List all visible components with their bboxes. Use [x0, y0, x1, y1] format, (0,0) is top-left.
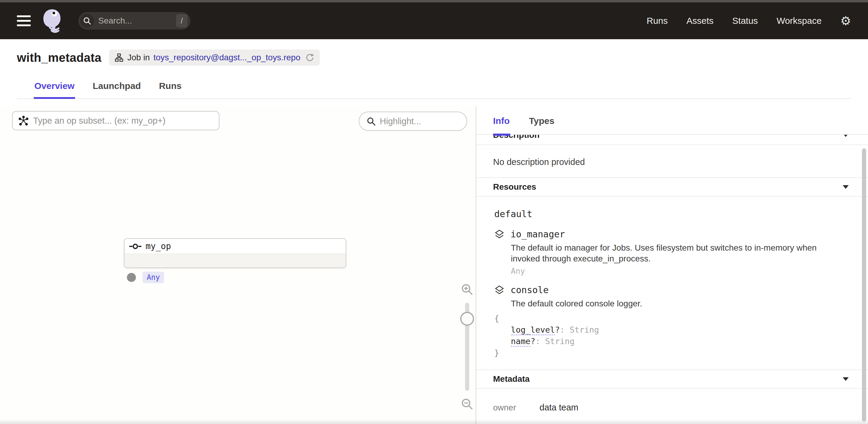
nav-link-status[interactable]: Status [733, 16, 758, 26]
config-field-type: String [569, 325, 599, 334]
metadata-key: owner [493, 403, 539, 413]
job-info-panel: Info Types Description No description pr… [476, 106, 868, 424]
output-port-dot [127, 273, 136, 282]
zoom-slider-thumb[interactable] [460, 312, 474, 326]
resource-layers-icon [494, 285, 504, 295]
workspace-graph-icon [115, 53, 124, 62]
panel-scroll-area[interactable]: Description No description provided Reso… [476, 135, 868, 424]
hamburger-menu-icon[interactable] [17, 16, 31, 26]
zoom-in-icon[interactable] [461, 283, 474, 296]
section-header-metadata[interactable]: Metadata [476, 369, 868, 389]
op-icon [129, 243, 141, 250]
tab-overview[interactable]: Overview [34, 77, 75, 98]
optional-mark: ? [530, 337, 535, 346]
resources-body: default io_manager The default io manage… [476, 196, 868, 369]
description-empty-text: No description provided [476, 145, 868, 177]
page-title: with_metadata [17, 51, 101, 64]
nav-links: Runs Assets Status Workspace [647, 16, 822, 26]
panel-tab-types[interactable]: Types [529, 116, 554, 128]
zoom-slider-track[interactable] [465, 303, 469, 391]
search-input[interactable] [98, 16, 172, 26]
config-schema: { log_level?: String name?: String } [494, 313, 849, 359]
collapse-caret-icon [843, 377, 849, 381]
job-badge-prefix: Job in [127, 53, 150, 62]
search-shortcut-key: / [176, 14, 187, 27]
metadata-table: owner data team link https://dagster.io [476, 389, 868, 424]
panel-scrollbar-thumb[interactable] [862, 148, 866, 422]
resource-name[interactable]: console [510, 285, 549, 295]
panel-tabs: Info Types [476, 106, 868, 135]
zoom-controls [459, 283, 475, 411]
resource-item-io-manager: io_manager The default io manager for Jo… [494, 229, 849, 276]
op-node-my-op[interactable]: my_op [124, 238, 346, 268]
zoom-out-icon[interactable] [461, 397, 474, 411]
schema-field-log-level: log_level?: String [494, 324, 849, 336]
type-separator: : [560, 325, 570, 334]
top-nav: / Runs Assets Status Workspace ⚙ [0, 2, 868, 39]
nav-link-workspace[interactable]: Workspace [777, 16, 822, 26]
resource-layers-icon [494, 229, 504, 239]
schema-close-brace: } [494, 347, 849, 359]
schema-open-brace: { [494, 313, 849, 324]
output-type-tag[interactable]: Any [143, 272, 164, 283]
op-output: Any [127, 272, 164, 283]
resource-description: The default io manager for Jobs. Uses fi… [511, 242, 842, 264]
search-icon [80, 14, 94, 28]
section-header-resources[interactable]: Resources [476, 177, 868, 196]
section-title: Metadata [493, 374, 530, 384]
resource-item-console: console The default colored console logg… [494, 285, 849, 359]
op-graph-canvas[interactable]: my_op Any [0, 106, 476, 424]
config-field-name[interactable]: name [511, 337, 530, 347]
op-node-body [124, 254, 346, 268]
panel-tab-info[interactable]: Info [493, 116, 510, 128]
reload-icon[interactable] [305, 53, 314, 62]
schema-field-name: name?: String [494, 336, 849, 347]
type-separator: : [535, 337, 545, 346]
resource-group-default: default [494, 209, 849, 219]
settings-gear-icon[interactable]: ⚙ [840, 15, 851, 27]
highlight-filter[interactable] [359, 112, 467, 131]
op-node-name: my_op [146, 241, 171, 251]
config-field-name[interactable]: log_level [511, 325, 555, 335]
search-icon [367, 117, 375, 126]
config-field-type: String [545, 337, 575, 346]
nav-link-runs[interactable]: Runs [647, 16, 668, 26]
tab-runs[interactable]: Runs [158, 77, 182, 98]
metadata-value: data team [539, 402, 578, 413]
metadata-row-owner: owner data team [493, 402, 851, 413]
resource-description: The default colored console logger. [511, 298, 842, 309]
op-selector-icon [19, 116, 28, 125]
nav-link-assets[interactable]: Assets [687, 16, 714, 26]
tab-launchpad[interactable]: Launchpad [92, 77, 141, 98]
job-location-badge: Job in toys_repository@dagst..._op_toys.… [109, 50, 319, 66]
repository-link[interactable]: toys_repository@dagst..._op_toys.repo [153, 53, 301, 62]
op-subset-filter[interactable] [12, 111, 219, 130]
resource-type-note: Any [511, 267, 849, 276]
op-subset-input[interactable] [33, 116, 213, 126]
window-chrome-strip [0, 0, 868, 2]
collapse-caret-icon [843, 185, 849, 189]
dagster-logo[interactable] [41, 8, 63, 33]
section-header-description[interactable]: Description [476, 135, 868, 145]
collapse-caret-icon [843, 135, 849, 137]
job-tabs: Overview Launchpad Runs [17, 77, 851, 99]
global-search[interactable]: / [79, 12, 190, 30]
resource-name[interactable]: io_manager [510, 229, 565, 239]
highlight-input[interactable] [380, 116, 459, 126]
optional-mark: ? [555, 325, 560, 334]
section-title: Description [493, 135, 539, 140]
page-header: with_metadata Job in toys_repository@dag… [0, 39, 868, 99]
section-title: Resources [493, 182, 536, 192]
